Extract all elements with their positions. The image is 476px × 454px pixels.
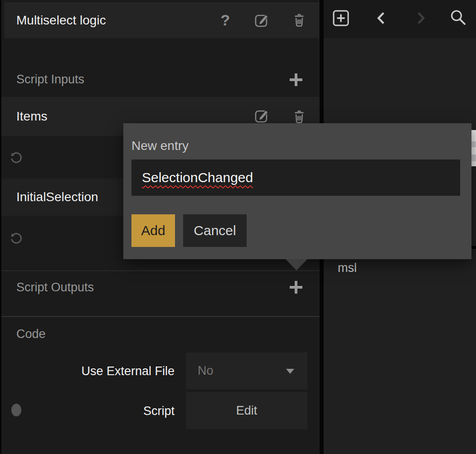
new-tab-plus-box-icon[interactable] (332, 10, 350, 27)
dropdown-value: No (198, 353, 214, 389)
use-external-file-label: Use External File (45, 364, 175, 378)
new-entry-dialog: New entry SelectionChanged Add Cancel (123, 123, 471, 259)
edit-icon[interactable] (254, 107, 270, 124)
occluded-window-edge (471, 130, 476, 166)
code-heading: Code (16, 327, 46, 341)
reset-icon[interactable] (9, 150, 24, 165)
help-icon[interactable]: ? (219, 11, 232, 29)
script-label: Script (45, 404, 175, 418)
page-title: Multiselect logic (16, 2, 106, 38)
section-divider (1, 316, 320, 317)
reset-icon[interactable] (9, 230, 24, 246)
delete-icon[interactable] (291, 12, 307, 28)
drag-handle-dot (11, 404, 21, 416)
edit-button-label: Edit (236, 404, 257, 418)
occluded-window-border (471, 246, 476, 249)
back-chevron-left-icon[interactable] (376, 11, 387, 25)
section-divider (1, 270, 320, 271)
delete-icon[interactable] (291, 108, 307, 125)
script-input-name: Items (16, 97, 47, 136)
use-external-file-dropdown[interactable]: No (186, 353, 307, 389)
add-script-output-icon[interactable] (288, 280, 304, 295)
script-inputs-heading: Script Inputs (16, 72, 84, 87)
add-button[interactable]: Add (131, 214, 175, 247)
add-script-input-icon[interactable] (288, 72, 304, 87)
search-icon[interactable] (449, 9, 468, 28)
app-window: Multiselect logic ? Script Inputs Items (0, 0, 476, 454)
cancel-button[interactable]: Cancel (183, 214, 247, 247)
dialog-title: New entry (131, 139, 189, 153)
popover-caret (286, 259, 307, 270)
script-edit-button[interactable]: Edit (186, 392, 307, 429)
script-outputs-heading: Script Outputs (16, 280, 94, 295)
forward-chevron-right-icon[interactable] (415, 11, 426, 25)
script-input-name: InitialSelection (16, 179, 98, 216)
list-item[interactable]: msl (338, 261, 357, 275)
new-entry-input-text: SelectionChanged (142, 170, 253, 185)
edit-icon[interactable] (254, 12, 270, 28)
caret-down-icon (286, 369, 294, 374)
new-entry-input[interactable]: SelectionChanged (131, 159, 460, 196)
